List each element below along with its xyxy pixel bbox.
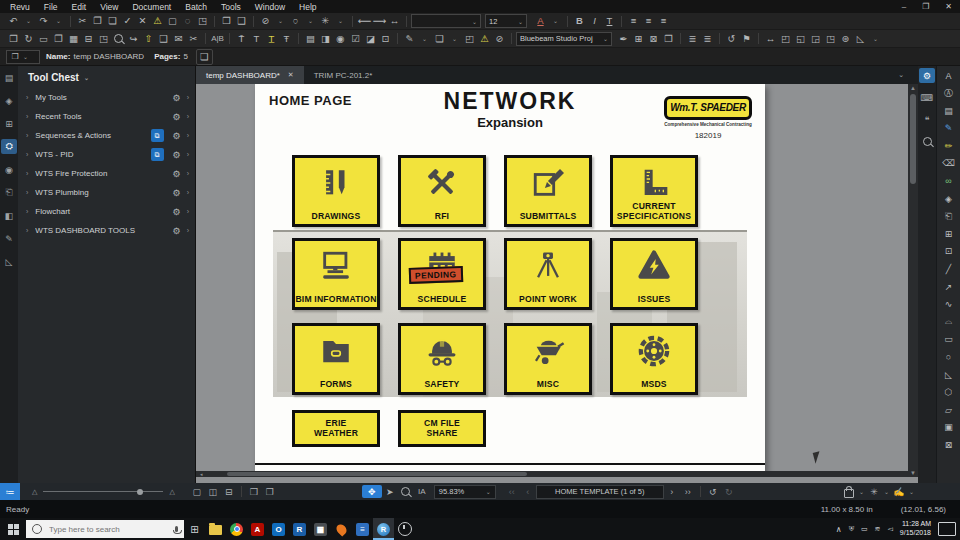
insert-page-icon[interactable]: ❒ <box>219 14 234 28</box>
panel-file-access-icon[interactable]: ⊞ <box>1 116 17 131</box>
copy-icon[interactable]: ❐ <box>90 14 105 28</box>
panels-icon[interactable]: ▭ <box>36 32 51 46</box>
project-doc-icon[interactable]: ❒ <box>661 32 676 46</box>
panel-measurements-icon[interactable]: ◺ <box>1 254 17 269</box>
taskbar-flame-app[interactable] <box>331 518 352 540</box>
next-page-icon[interactable]: › <box>664 485 680 498</box>
select-text-icon[interactable]: ΙA <box>414 485 430 498</box>
pen-dropdown-icon[interactable]: ⌄ <box>417 32 432 46</box>
line-tool-icon[interactable]: ╱ <box>941 263 956 276</box>
chevron-right-icon[interactable]: › <box>187 227 189 234</box>
select-rectangle-icon[interactable]: ▢ <box>165 14 180 28</box>
expand-chevron-icon[interactable]: › <box>26 132 28 139</box>
panel-search-icon[interactable] <box>919 134 935 149</box>
chevron-right-icon[interactable]: › <box>187 113 189 120</box>
undo-dropdown-icon[interactable]: ⌄ <box>21 14 36 28</box>
font-select[interactable]: ⌄ <box>411 14 481 28</box>
expand-chevron-icon[interactable]: › <box>26 227 28 234</box>
pdf-canvas[interactable]: HOME PAGE NETWORK Expansion Wm.T. SPAEDE… <box>196 84 908 477</box>
underline-icon[interactable]: T <box>602 14 617 28</box>
text-icon[interactable]: T <box>249 32 264 46</box>
taskbar-file-explorer[interactable] <box>205 518 226 540</box>
signature-icon[interactable]: ✍ <box>891 485 907 498</box>
erase-dropdown-icon[interactable]: ⌄ <box>273 14 288 28</box>
expand-chevron-icon[interactable]: › <box>26 151 28 158</box>
tool-chest-item-recent-tools[interactable]: › Recent Tools ⚙› <box>18 107 195 126</box>
sidebar-icon[interactable]: ◪ <box>363 32 378 46</box>
undo-icon[interactable]: ↶ <box>6 14 21 28</box>
taskbar-acrobat[interactable]: A <box>247 518 268 540</box>
menu-view[interactable]: View <box>100 2 118 12</box>
vertical-scrollbar[interactable]: ▲ ▼ <box>908 84 918 477</box>
two-page-view-icon[interactable]: ◫ <box>205 485 221 498</box>
taskbar-outlook[interactable]: O <box>268 518 289 540</box>
share-icon[interactable]: ↪ <box>126 32 141 46</box>
arrow-both-icon[interactable]: ↔ <box>387 14 402 28</box>
tool-chest-item-sequences-actions[interactable]: › Sequences & Actions ⧉ ⚙› <box>18 126 195 145</box>
italic-icon[interactable]: I <box>587 14 602 28</box>
tile-drawings[interactable]: DRAWINGS <box>292 155 380 227</box>
chevron-right-icon[interactable]: › <box>187 151 189 158</box>
markup-list-toggle-icon[interactable]: ≔ <box>0 483 20 500</box>
redo-icon[interactable]: ↷ <box>36 14 51 28</box>
taskbar-calculator[interactable]: ▦ <box>310 518 331 540</box>
tab-trim-pc-201[interactable]: TRIM PC-201.2* <box>304 66 383 84</box>
new-document-icon[interactable]: ❒ <box>6 32 21 46</box>
chevron-right-icon[interactable]: › <box>187 94 189 101</box>
measure-icon[interactable]: ◺ <box>853 32 868 46</box>
scrollbar-thumb[interactable] <box>910 94 916 184</box>
horizontal-scrollbar[interactable]: ◂ <box>196 471 908 477</box>
continuous-view-icon[interactable]: ⊟ <box>221 485 237 498</box>
frame-icon[interactable]: ⊡ <box>378 32 393 46</box>
tile-point-work[interactable]: POINT WORK <box>504 238 592 310</box>
tile-current-specifications[interactable]: CURRENT SPECIFICATIONS <box>610 155 698 227</box>
taskbar-bluebeam-revu[interactable]: R <box>373 518 394 540</box>
expand-chevron-icon[interactable]: › <box>26 94 28 101</box>
tray-volume-icon[interactable]: ◅ <box>887 525 892 533</box>
cloud-tool-icon[interactable]: ▱ <box>941 403 956 416</box>
menu-edit[interactable]: Edit <box>72 2 87 12</box>
chevron-right-icon[interactable]: › <box>187 170 189 177</box>
tile-forms[interactable]: FORMS <box>292 323 380 395</box>
dot-icon[interactable]: ◉ <box>333 32 348 46</box>
gear-icon[interactable]: ⚙ <box>173 169 181 179</box>
expand-chevron-icon[interactable]: › <box>26 208 28 215</box>
menu-tools[interactable]: Tools <box>221 2 241 12</box>
page-template-icon[interactable]: ❏ <box>432 32 447 46</box>
align-right-icon[interactable]: ≡ <box>656 14 671 28</box>
target-icon[interactable]: ⊛ <box>838 32 853 46</box>
gear-icon[interactable]: ⚙ <box>173 112 181 122</box>
taskbar-chrome[interactable] <box>226 518 247 540</box>
highlighter-tool-icon[interactable]: ✏ <box>941 139 956 152</box>
tile-schedule[interactable]: PENDING SCHEDULE <box>398 238 486 310</box>
first-page-icon[interactable]: ‹‹ <box>504 485 520 498</box>
ellipse-tool-icon[interactable]: ○ <box>941 351 956 364</box>
extract-page-icon[interactable]: ❑ <box>234 14 249 28</box>
lock-icon[interactable] <box>841 485 857 498</box>
notification-center-icon[interactable] <box>938 522 956 536</box>
taskbar-revit[interactable]: R <box>289 518 310 540</box>
gear-icon[interactable]: ⚙ <box>173 131 181 141</box>
erase-icon[interactable]: ⊘ <box>258 14 273 28</box>
microphone-icon[interactable] <box>175 526 178 532</box>
note-icon[interactable]: ▤ <box>303 32 318 46</box>
taskbar-search[interactable] <box>26 520 184 538</box>
open-icon[interactable]: ❐ <box>51 32 66 46</box>
snapshot-icon[interactable]: ◳ <box>195 14 210 28</box>
package-icon[interactable]: ◳ <box>96 32 111 46</box>
delete-icon[interactable]: ✕ <box>135 14 150 28</box>
flatten-dropdown-icon[interactable]: ⌄ <box>333 14 348 28</box>
lasso-icon[interactable]: ◌ <box>180 14 195 28</box>
taskbar-task-view[interactable]: ⊞ <box>184 518 205 540</box>
save-icon[interactable]: ▦ <box>66 32 81 46</box>
align-center-icon[interactable]: ≡ <box>641 14 656 28</box>
flatten-icon[interactable]: ✳ <box>318 14 333 28</box>
cut-icon[interactable]: ✂ <box>75 14 90 28</box>
search-icon[interactable] <box>111 32 126 46</box>
zoom-level-select[interactable]: 95.83%⌄ <box>434 485 496 499</box>
chevron-right-icon[interactable]: › <box>187 208 189 215</box>
font-color-icon[interactable]: A <box>533 14 548 28</box>
markup-filter-icon[interactable]: ≣ <box>700 32 715 46</box>
panel-bookmarks-icon[interactable]: ◈ <box>1 93 17 108</box>
scroll-left-icon[interactable]: ◂ <box>200 471 203 477</box>
